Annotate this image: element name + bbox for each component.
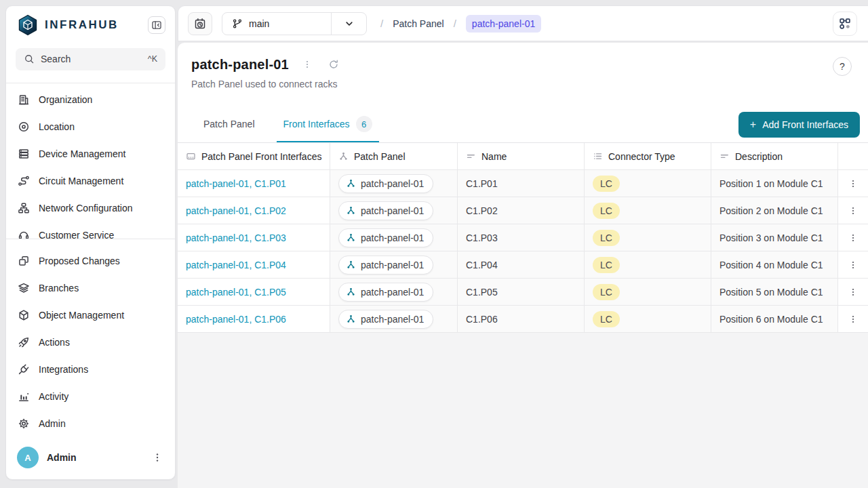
table-row[interactable]: patch-panel-01, C1.P01 patch-panel-01 C1… <box>178 170 868 197</box>
tab-label: Patch Panel <box>203 119 255 129</box>
sidebar-item-label: Branches <box>39 283 79 293</box>
patch-panel-pill[interactable]: patch-panel-01 <box>338 283 433 302</box>
collapse-sidebar-icon <box>151 20 162 30</box>
sidebar-item-organization[interactable]: Organization <box>6 86 175 113</box>
table-row[interactable]: patch-panel-01, C1.P05 patch-panel-01 C1… <box>178 279 868 306</box>
branch-dropdown-toggle[interactable] <box>331 13 366 35</box>
help-button[interactable]: ? <box>833 57 852 76</box>
connector-type-badge: LC <box>593 203 620 219</box>
object-actions-button[interactable] <box>300 57 315 72</box>
name-cell: C1.P02 <box>458 197 585 224</box>
column-label: Connector Type <box>608 151 675 162</box>
sidebar-item-proposed-changes[interactable]: Proposed Changes <box>6 247 175 274</box>
plus-icon: + <box>750 119 756 131</box>
sidebar-item-label: Integrations <box>39 364 88 375</box>
patch-panel-pill[interactable]: patch-panel-01 <box>338 201 433 220</box>
pill-label: patch-panel-01 <box>361 260 424 270</box>
infrahub-logo[interactable]: INFRAHUB <box>17 14 119 36</box>
sidebar-item-admin[interactable]: Admin <box>6 410 175 437</box>
kebab-menu-icon <box>848 206 858 216</box>
column-header-name[interactable]: Name <box>458 143 585 170</box>
column-header-patch-panel[interactable]: Patch Panel <box>330 143 458 170</box>
hierarchy-icon <box>346 205 356 216</box>
cube-icon <box>18 309 30 321</box>
calendar-clock-icon <box>194 18 206 30</box>
column-header-connector-type[interactable]: Connector Type <box>585 143 711 170</box>
patch-panel-pill[interactable]: patch-panel-01 <box>338 310 433 329</box>
row-actions-button[interactable] <box>846 176 861 191</box>
patch-panel-pill[interactable]: patch-panel-01 <box>338 228 433 247</box>
patch-panel-pill[interactable]: patch-panel-01 <box>338 174 433 193</box>
user-actions-button[interactable] <box>149 449 165 466</box>
sidebar-item-object-management[interactable]: Object Management <box>6 302 175 329</box>
column-label: Patch Panel Front Interfaces <box>201 151 321 162</box>
interface-link[interactable]: patch-panel-01, C1.P05 <box>186 287 286 298</box>
interface-link[interactable]: patch-panel-01, C1.P04 <box>186 260 286 270</box>
row-actions-button[interactable] <box>846 230 861 245</box>
hierarchy-icon <box>346 260 356 270</box>
sidebar-collapse-button[interactable] <box>148 16 165 34</box>
schema-visualizer-button[interactable] <box>833 12 857 36</box>
interface-link[interactable]: patch-panel-01, C1.P01 <box>186 178 286 189</box>
avatar: A <box>17 447 39 468</box>
sidebar-item-branches[interactable]: Branches <box>6 274 175 302</box>
user-menu[interactable]: A Admin <box>6 437 175 479</box>
location-icon <box>18 121 30 133</box>
table-row[interactable]: patch-panel-01, C1.P03 patch-panel-01 C1… <box>178 224 868 251</box>
add-front-interfaces-button[interactable]: + Add Front Interfaces <box>738 112 860 138</box>
sidebar-item-location[interactable]: Location <box>6 113 175 140</box>
list-icon <box>593 151 603 161</box>
search-box[interactable]: ^K <box>16 48 165 70</box>
interface-link[interactable]: patch-panel-01, C1.P06 <box>186 314 286 325</box>
time-travel-button[interactable] <box>188 12 212 35</box>
interface-link[interactable]: patch-panel-01, C1.P02 <box>186 205 286 216</box>
sidebar-item-customer-service[interactable]: Customer Service <box>6 222 175 239</box>
sidebar-group-schema: Organization Location Device Management … <box>6 83 175 239</box>
refresh-button[interactable] <box>326 56 342 73</box>
page-description: Patch Panel used to connect racks <box>191 79 853 89</box>
breadcrumb-current-chip[interactable]: patch-panel-01 <box>466 15 541 33</box>
tab-count-badge: 6 <box>356 116 372 132</box>
branch-name: main <box>249 18 269 29</box>
name-cell: C1.P04 <box>458 251 585 279</box>
row-actions-button[interactable] <box>846 258 861 272</box>
kebab-menu-icon <box>152 452 163 463</box>
breadcrumb-parent[interactable]: Patch Panel <box>393 18 444 29</box>
sidebar-item-circuit-management[interactable]: Circuit Management <box>6 167 175 195</box>
row-actions-button[interactable] <box>846 285 861 300</box>
sidebar-item-device-management[interactable]: Device Management <box>6 140 175 167</box>
patch-panel-pill[interactable]: patch-panel-01 <box>338 256 433 274</box>
column-header-front-interfaces[interactable]: Patch Panel Front Interfaces <box>178 143 330 170</box>
search-input[interactable] <box>41 54 142 64</box>
sidebar-item-actions[interactable]: Actions <box>6 329 175 356</box>
hierarchy-icon <box>346 232 356 243</box>
table-row[interactable]: patch-panel-01, C1.P06 patch-panel-01 C1… <box>178 306 868 333</box>
search-shortcut: ^K <box>148 54 157 64</box>
sidebar-item-activity[interactable]: Activity <box>6 383 175 410</box>
sidebar-item-network-configuration[interactable]: Network Configuration <box>6 195 175 222</box>
row-actions-button[interactable] <box>846 203 861 218</box>
breadcrumb: / Patch Panel / patch-panel-01 <box>380 15 541 33</box>
column-header-actions <box>838 143 868 170</box>
kebab-menu-icon <box>848 314 858 324</box>
connector-type-badge: LC <box>593 257 620 273</box>
tab-front-interfaces[interactable]: Front Interfaces 6 <box>277 107 379 142</box>
column-header-description[interactable]: Description <box>711 143 838 170</box>
content-panel: patch-panel-01 Patch Panel used to conne… <box>178 43 868 488</box>
table-row[interactable]: patch-panel-01, C1.P04 patch-panel-01 C1… <box>178 251 868 279</box>
plug-icon <box>18 363 30 375</box>
table-header: Patch Panel Front Interfaces Patch Panel… <box>178 143 868 170</box>
sidebar-item-integrations[interactable]: Integrations <box>6 356 175 383</box>
row-actions-button[interactable] <box>846 312 861 327</box>
branch-selector[interactable]: main <box>222 12 367 35</box>
interface-link[interactable]: patch-panel-01, C1.P03 <box>186 232 286 243</box>
empty-area <box>178 333 868 488</box>
rocket-icon <box>18 336 30 348</box>
user-name: Admin <box>47 452 141 463</box>
table-row[interactable]: patch-panel-01, C1.P02 patch-panel-01 C1… <box>178 197 868 224</box>
hierarchy-icon <box>346 178 356 188</box>
tab-patch-panel[interactable]: Patch Panel <box>197 107 262 142</box>
topbar: main / Patch Panel / patch-panel-01 <box>178 5 868 41</box>
hierarchy-icon <box>338 151 349 161</box>
pill-label: patch-panel-01 <box>361 178 424 189</box>
